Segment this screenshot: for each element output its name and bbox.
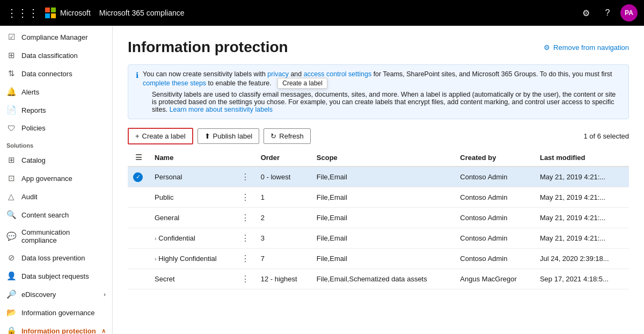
sidebar-item-catalog[interactable]: ⊞ Catalog — [0, 151, 112, 169]
sidebar-item-data-subject-requests[interactable]: 👤 Data subject requests — [0, 267, 112, 285]
row-checkbox[interactable]: ✓ — [128, 166, 149, 187]
row-context-menu-icon[interactable]: ⋮ — [241, 274, 250, 284]
sidebar-item-label: Information governance — [21, 309, 95, 317]
column-options-icon[interactable]: ☰ — [135, 153, 142, 162]
refresh-button[interactable]: ↻ Refresh — [264, 128, 311, 144]
info-banner-text-2: Sensitivity labels are used to classify … — [152, 91, 621, 113]
table-row: Public ⋮ 1 File,Email Contoso Admin May … — [128, 187, 629, 208]
sidebar-item-ediscovery[interactable]: 🔎 eDiscovery › — [0, 285, 112, 303]
row-context-menu-icon[interactable]: ⋮ — [241, 172, 250, 181]
row-created-by: Contoso Admin — [455, 166, 535, 187]
row-scope: File,Email — [311, 187, 455, 208]
solutions-section-label: Solutions — [0, 137, 112, 151]
sidebar-item-reports[interactable]: 📄 Reports — [0, 101, 112, 119]
row-checkbox[interactable] — [128, 249, 149, 269]
row-scope: File,Email — [311, 166, 455, 187]
app-title: Microsoft 365 compliance — [99, 9, 185, 17]
data-loss-prevention-icon: ⊘ — [6, 253, 16, 263]
sidebar-item-label: eDiscovery — [21, 291, 56, 299]
row-name[interactable]: General — [149, 208, 236, 228]
refresh-icon: ↻ — [270, 132, 276, 140]
sidebar-item-information-governance[interactable]: 📂 Information governance — [0, 303, 112, 322]
sidebar-item-label: Data subject requests — [21, 272, 89, 280]
content-search-icon: 🔍 — [6, 210, 16, 220]
row-checkbox[interactable] — [128, 269, 149, 289]
sidebar-item-information-protection[interactable]: 🔒 Information protection ∧ — [0, 322, 112, 334]
row-last-modified: Sep 17, 2021 4:18:5... — [535, 269, 629, 289]
create-label-button[interactable]: + Create a label — [128, 128, 193, 144]
sidebar-item-audit[interactable]: △ Audit — [0, 187, 112, 206]
layout: ☑ Compliance Manager ⊞ Data classificati… — [0, 26, 644, 334]
row-name[interactable]: Public — [149, 187, 236, 208]
compliance-manager-icon: ☑ — [6, 32, 16, 42]
sidebar-item-label: Information protection — [21, 327, 96, 335]
publish-label-button[interactable]: ⬆ Publish label — [197, 128, 260, 144]
sidebar-item-content-search[interactable]: 🔍 Content search — [0, 206, 112, 224]
sidebar-item-label: Content search — [21, 211, 69, 219]
settings-button[interactable]: ⚙ — [577, 4, 595, 21]
selection-count: 1 of 6 selected — [583, 132, 629, 140]
row-context-menu-icon[interactable]: ⋮ — [241, 234, 250, 243]
access-control-link[interactable]: access control settings — [304, 70, 371, 78]
user-avatar[interactable]: PA — [620, 4, 638, 21]
sidebar-item-app-governance[interactable]: ⊡ App governance — [0, 169, 112, 187]
remove-from-navigation-button[interactable]: ⚙ Remove from navigation — [544, 43, 629, 52]
information-governance-icon: 📂 — [6, 308, 16, 317]
row-dots[interactable]: ⋮ — [236, 187, 255, 208]
ediscovery-chevron-icon: › — [104, 291, 106, 297]
sidebar-item-label: Compliance Manager — [21, 33, 88, 41]
data-connectors-icon: ⇅ — [6, 69, 16, 78]
sidebar-item-label: Communication compliance — [21, 228, 106, 244]
help-button[interactable]: ? — [599, 4, 616, 21]
learn-more-link[interactable]: Learn more about sensitivity labels — [170, 106, 273, 113]
plus-icon: + — [135, 132, 140, 140]
row-dots[interactable]: ⋮ — [236, 269, 255, 289]
row-context-menu-icon[interactable]: ⋮ — [241, 193, 250, 202]
row-name[interactable]: Secret — [149, 269, 236, 289]
sidebar-item-alerts[interactable]: 🔔 Alerts — [0, 83, 112, 101]
row-context-menu-icon[interactable]: ⋮ — [241, 254, 250, 263]
row-dots[interactable]: ⋮ — [236, 166, 255, 187]
row-scope: File,Email,Schematized data assets — [311, 269, 455, 289]
info-icon: ℹ — [136, 71, 138, 79]
complete-steps-link[interactable]: complete these steps — [143, 79, 206, 87]
row-checkbox[interactable] — [128, 208, 149, 228]
expand-icon[interactable]: › — [155, 256, 157, 262]
info-banner-row-1: ℹ You can now create sensitivity labels … — [136, 70, 621, 89]
ediscovery-icon: 🔎 — [6, 289, 16, 299]
remove-nav-label: Remove from navigation — [553, 43, 629, 52]
col-header-scope: Scope — [311, 149, 455, 166]
row-dots[interactable]: ⋮ — [236, 228, 255, 249]
communication-compliance-icon: 💬 — [6, 231, 16, 241]
sidebar-item-data-loss-prevention[interactable]: ⊘ Data loss prevention — [0, 249, 112, 267]
info-banner: ℹ You can now create sensitivity labels … — [128, 64, 629, 119]
col-header-checkbox[interactable]: ☰ — [128, 149, 149, 166]
publish-icon: ⬆ — [204, 132, 210, 140]
row-name[interactable]: Personal — [149, 166, 236, 187]
sidebar-item-policies[interactable]: 🛡 Policies — [0, 119, 112, 137]
brand-name: Microsoft — [60, 9, 91, 17]
row-created-by: Contoso Admin — [455, 187, 535, 208]
row-checkbox[interactable] — [128, 228, 149, 249]
sidebar-item-data-connectors[interactable]: ⇅ Data connectors — [0, 64, 112, 83]
expand-icon[interactable]: › — [155, 235, 157, 242]
sidebar-item-label: Data loss prevention — [21, 254, 85, 262]
privacy-link[interactable]: privacy — [267, 70, 289, 78]
row-checkbox[interactable] — [128, 187, 149, 208]
nav-settings-icon: ⚙ — [544, 43, 550, 52]
row-name[interactable]: › Highly Confidential — [149, 249, 236, 269]
page-title: Information protection — [128, 39, 288, 56]
row-dots[interactable]: ⋮ — [236, 208, 255, 228]
sidebar-item-communication-compliance[interactable]: 💬 Communication compliance — [0, 224, 112, 249]
sidebar-item-label: Data classification — [21, 52, 78, 60]
row-scope: File,Email — [311, 208, 455, 228]
sidebar-item-compliance-manager[interactable]: ☑ Compliance Manager — [0, 28, 112, 46]
table-row: Secret ⋮ 12 - highest File,Email,Schemat… — [128, 269, 629, 289]
sidebar-item-data-classification[interactable]: ⊞ Data classification — [0, 46, 112, 64]
main-content: Information protection ⚙ Remove from nav… — [113, 26, 644, 334]
row-context-menu-icon[interactable]: ⋮ — [241, 213, 250, 222]
row-order: 2 — [255, 208, 311, 228]
apps-icon[interactable]: ⋮⋮⋮ — [6, 6, 39, 19]
row-name[interactable]: › Confidential — [149, 228, 236, 249]
row-dots[interactable]: ⋮ — [236, 249, 255, 269]
